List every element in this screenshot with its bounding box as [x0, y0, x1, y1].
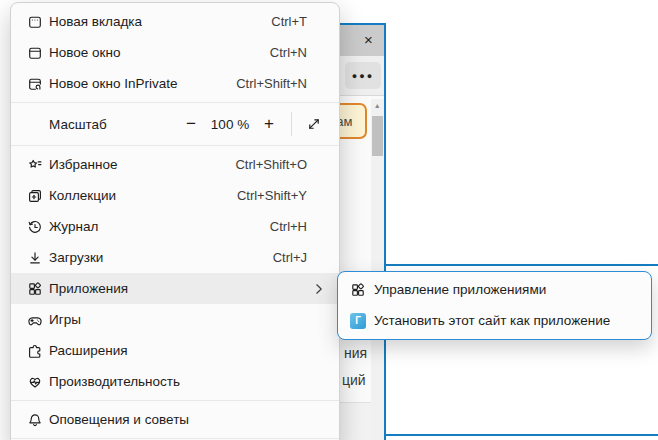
menu-item-label: Загрузки [49, 250, 103, 265]
downloads-icon [27, 250, 43, 266]
menu-divider [11, 438, 339, 439]
menu-item-label: Журнал [49, 219, 98, 234]
menu-item-collections[interactable]: Коллекции Ctrl+Shift+Y [11, 180, 339, 211]
zoom-controls: − 100 % + [178, 111, 327, 137]
fullscreen-icon [306, 116, 322, 132]
chevron-right-icon [315, 283, 323, 295]
alerts-icon [27, 412, 43, 428]
history-icon [27, 219, 43, 235]
menu-item-shortcut: Ctrl+Shift+Y [237, 188, 307, 203]
vertical-divider [291, 112, 292, 136]
menu-item-label: Новое окно InPrivate [49, 76, 177, 91]
new-window-icon [27, 45, 43, 61]
menu-item-shortcut: Ctrl+J [273, 250, 307, 265]
site-favicon: Г [350, 313, 366, 329]
menu-item-label: Оповещения и советы [49, 412, 189, 427]
submenu-item-install-site-as-app[interactable]: Г Установить этот сайт как приложение [338, 305, 651, 336]
menu-item-label: Новая вкладка [49, 14, 142, 29]
menu-item-label: Приложения [49, 281, 128, 296]
inprivate-icon [27, 76, 43, 92]
page-text-fragment: ния [344, 345, 367, 361]
fullscreen-button[interactable] [301, 116, 327, 132]
menu-item-label: Расширения [49, 343, 128, 358]
zoom-value: 100 % [204, 117, 256, 132]
menu-item-new-window[interactable]: Новое окно Ctrl+N [11, 37, 339, 68]
page-text-fragment: ций [342, 372, 366, 388]
apps-icon [27, 281, 43, 297]
submenu-item-label: Управление приложениями [374, 282, 546, 297]
apps-submenu: Управление приложениями Г Установить это… [337, 271, 652, 340]
menu-item-shortcut: Ctrl+T [271, 14, 307, 29]
collections-icon [27, 188, 43, 204]
favicon-letter: Г [355, 315, 361, 326]
submenu-item-label: Установить этот сайт как приложение [374, 313, 610, 328]
close-icon[interactable]: × [355, 25, 382, 56]
zoom-in-button[interactable]: + [256, 111, 282, 137]
menu-item-label: Игры [49, 312, 81, 327]
menu-item-shortcut: Ctrl+H [270, 219, 307, 234]
scrollbar-thumb[interactable] [372, 116, 383, 156]
menu-divider [11, 145, 339, 146]
menu-item-label: Коллекции [49, 188, 116, 203]
zoom-row: Масштаб − 100 % + [11, 106, 339, 142]
menu-divider [11, 102, 339, 103]
menu-item-shortcut: Ctrl+N [270, 45, 307, 60]
menu-item-label: Новое окно [49, 45, 120, 60]
games-icon [27, 312, 43, 328]
menu-item-games[interactable]: Игры [11, 304, 339, 335]
menu-item-history[interactable]: Журнал Ctrl+H [11, 211, 339, 242]
menu-item-extensions[interactable]: Расширения [11, 335, 339, 366]
menu-item-downloads[interactable]: Загрузки Ctrl+J [11, 242, 339, 273]
zoom-out-button[interactable]: − [178, 111, 204, 137]
menu-divider [11, 400, 339, 401]
menu-item-alerts-and-tips[interactable]: Оповещения и советы [11, 404, 339, 435]
menu-item-new-tab[interactable]: Новая вкладка Ctrl+T [11, 6, 339, 37]
zoom-label: Масштаб [49, 117, 107, 132]
menu-item-favorites[interactable]: Избранное Ctrl+Shift+O [11, 149, 339, 180]
performance-icon [27, 374, 43, 390]
submenu-item-manage-apps[interactable]: Управление приложениями [338, 274, 651, 305]
menu-item-apps[interactable]: Приложения [11, 273, 339, 304]
menu-item-shortcut: Ctrl+Shift+O [235, 157, 307, 172]
favorites-icon [27, 157, 43, 173]
menu-item-performance[interactable]: Производительность [11, 366, 339, 397]
menu-item-label: Производительность [49, 374, 180, 389]
scrollbar-up-icon[interactable]: ▲ [371, 99, 384, 113]
browser-menu: Новая вкладка Ctrl+T Новое окно Ctrl+N Н… [10, 2, 340, 440]
menu-item-shortcut: Ctrl+Shift+N [236, 76, 307, 91]
menu-item-new-inprivate-window[interactable]: Новое окно InPrivate Ctrl+Shift+N [11, 68, 339, 99]
menu-item-label: Избранное [49, 157, 117, 172]
apps-icon [350, 282, 366, 298]
extensions-icon [27, 343, 43, 359]
scrollbar[interactable]: ▲ [371, 99, 384, 440]
more-menu-button[interactable]: ●●● [345, 62, 381, 89]
new-tab-icon [27, 14, 43, 30]
